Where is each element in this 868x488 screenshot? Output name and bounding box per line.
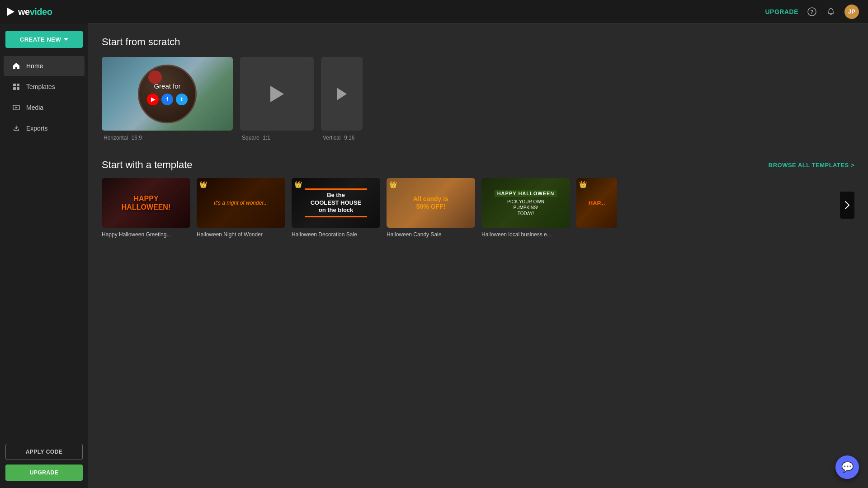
create-new-button[interactable]: CREATE NEW bbox=[5, 31, 83, 48]
template-card-1[interactable]: HAPPYHALLOWEEN! Happy Halloween Greeting… bbox=[102, 178, 190, 238]
svg-text:?: ? bbox=[810, 9, 813, 15]
home-icon bbox=[12, 61, 21, 70]
template-card-2[interactable]: 👑 It's a night of wonder... Halloween Ni… bbox=[197, 178, 285, 238]
sidebar-item-exports[interactable]: Exports bbox=[4, 118, 85, 138]
template-card-5[interactable]: HAPPY HALLOWEEN PICK YOUR OWNPUMPKINS!TO… bbox=[481, 178, 570, 238]
template-row-wrap: HAPPYHALLOWEEN! Happy Halloween Greeting… bbox=[102, 178, 854, 238]
vertical-label-text: Vertical bbox=[323, 135, 340, 141]
horizontal-label-text: Horizontal bbox=[104, 135, 128, 141]
twitter-icon: t bbox=[176, 94, 188, 105]
sidebar-bottom: APPLY CODE UPGRADE bbox=[0, 436, 88, 488]
template-4-label: Halloween Candy Sale bbox=[387, 231, 475, 238]
template-3-text: Be theCOOLEST HOUSEon the block bbox=[311, 192, 362, 215]
templates-icon bbox=[12, 82, 21, 91]
template-card-6[interactable]: 👑 HAP... bbox=[576, 178, 617, 238]
great-for-overlay: Great for ▶ f t bbox=[102, 57, 233, 131]
sidebar-templates-label: Templates bbox=[26, 83, 55, 90]
template-1-label: Happy Halloween Greeting... bbox=[102, 231, 190, 238]
crown-badge-4: 👑 bbox=[389, 181, 397, 188]
browse-all-link[interactable]: BROWSE ALL TEMPLATES > bbox=[769, 162, 854, 169]
template-6-text: HAP... bbox=[589, 200, 605, 206]
upgrade-link[interactable]: UPGRADE bbox=[765, 8, 798, 15]
template-card-3[interactable]: 👑 Be theCOOLEST HOUSEon the block Hallow… bbox=[292, 178, 380, 238]
template-4-text: All candy is50% OFF! bbox=[413, 195, 448, 211]
help-icon[interactable]: ? bbox=[807, 6, 817, 17]
svg-rect-3 bbox=[17, 87, 19, 90]
template-thumb-5: HAPPY HALLOWEEN PICK YOUR OWNPUMPKINS!TO… bbox=[481, 178, 570, 228]
horizontal-label: Horizontal 16:9 bbox=[102, 134, 233, 141]
square-label-text: Square bbox=[242, 135, 259, 141]
template-2-label: Halloween Night of Wonder bbox=[197, 231, 285, 238]
create-btn-wrap: CREATE NEW bbox=[0, 23, 88, 55]
chevron-down-icon bbox=[64, 38, 68, 41]
youtube-icon: ▶ bbox=[147, 94, 159, 105]
template-thumb-6: 👑 HAP... bbox=[576, 178, 617, 228]
topbar: UPGRADE ? JP bbox=[88, 0, 868, 23]
play-icon-vertical bbox=[337, 88, 347, 100]
decoration-bar-bottom bbox=[305, 216, 367, 217]
template-1-text: HAPPYHALLOWEEN! bbox=[122, 194, 170, 211]
notifications-icon[interactable] bbox=[826, 6, 836, 17]
crown-badge-3: 👑 bbox=[294, 181, 302, 188]
scratch-card-horizontal[interactable]: Great for ▶ f t Horizontal 16:9 bbox=[102, 57, 233, 141]
sidebar-item-home[interactable]: Home bbox=[4, 56, 85, 76]
scratch-section-title: Start from scratch bbox=[102, 36, 854, 48]
play-icon bbox=[270, 86, 284, 102]
crown-badge-6: 👑 bbox=[579, 181, 587, 188]
template-5-title: HAPPY HALLOWEEN bbox=[495, 190, 557, 197]
content-area: Start from scratch Great for ▶ f t bbox=[88, 23, 868, 488]
vertical-ratio: 9:16 bbox=[344, 135, 354, 141]
chat-icon: 💬 bbox=[841, 461, 854, 473]
vertical-thumb bbox=[321, 57, 363, 131]
media-icon bbox=[12, 103, 21, 112]
scratch-card-square[interactable]: Square 1:1 bbox=[240, 57, 314, 141]
template-2-text: It's a night of wonder... bbox=[210, 196, 272, 210]
sidebar-exports-label: Exports bbox=[26, 125, 47, 132]
scratch-card-vertical[interactable]: Vertical 9:16 bbox=[321, 57, 363, 141]
crown-badge-2: 👑 bbox=[199, 181, 207, 188]
svg-rect-1 bbox=[17, 84, 19, 86]
apply-code-button[interactable]: APPLY CODE bbox=[5, 444, 83, 460]
sidebar-nav: Home Templates Media bbox=[0, 55, 88, 139]
square-label: Square 1:1 bbox=[240, 134, 314, 141]
decoration-bar-top bbox=[305, 188, 367, 190]
horizontal-thumb: Great for ▶ f t bbox=[102, 57, 233, 131]
sidebar-item-media[interactable]: Media bbox=[4, 98, 85, 117]
svg-rect-2 bbox=[13, 87, 16, 90]
square-ratio: 1:1 bbox=[263, 135, 270, 141]
template-thumb-3: 👑 Be theCOOLEST HOUSEon the block bbox=[292, 178, 380, 228]
logo: wevideo bbox=[0, 0, 88, 23]
sidebar-upgrade-button[interactable]: UPGRADE bbox=[5, 465, 83, 481]
template-thumb-2: 👑 It's a night of wonder... bbox=[197, 178, 285, 228]
horizontal-ratio: 16:9 bbox=[132, 135, 142, 141]
facebook-icon: f bbox=[161, 94, 173, 105]
template-thumb-1: HAPPYHALLOWEEN! bbox=[102, 178, 190, 228]
logo-play-icon bbox=[7, 8, 14, 16]
templates-section-title: Start with a template bbox=[102, 159, 193, 171]
scratch-cards: Great for ▶ f t Horizontal 16:9 bbox=[102, 57, 854, 141]
sidebar: wevideo CREATE NEW Home bbox=[0, 0, 88, 488]
template-3-label: Halloween Decoration Sale bbox=[292, 231, 380, 238]
user-avatar[interactable]: JP bbox=[844, 5, 859, 19]
chat-bubble[interactable]: 💬 bbox=[835, 455, 859, 479]
templates-section-header: Start with a template BROWSE ALL TEMPLAT… bbox=[102, 159, 854, 171]
template-thumb-4: 👑 All candy is50% OFF! bbox=[387, 178, 475, 228]
create-new-label: CREATE NEW bbox=[20, 36, 61, 43]
template-5-text: PICK YOUR OWNPUMPKINS!TODAY! bbox=[507, 199, 544, 216]
svg-rect-0 bbox=[13, 84, 16, 86]
sidebar-media-label: Media bbox=[26, 104, 43, 111]
logo-text: wevideo bbox=[18, 7, 52, 17]
vertical-label: Vertical 9:16 bbox=[321, 134, 363, 141]
social-icons: ▶ f t bbox=[147, 94, 188, 105]
sidebar-item-templates[interactable]: Templates bbox=[4, 77, 85, 97]
template-row: HAPPYHALLOWEEN! Happy Halloween Greeting… bbox=[102, 178, 854, 238]
great-for-text: Great for bbox=[154, 82, 180, 90]
next-button[interactable] bbox=[840, 192, 854, 219]
exports-icon bbox=[12, 124, 21, 133]
main-content: UPGRADE ? JP Start from scratch bbox=[88, 0, 868, 488]
template-5-label: Halloween local business e... bbox=[481, 231, 570, 238]
sidebar-home-label: Home bbox=[26, 62, 43, 70]
square-thumb bbox=[240, 57, 314, 131]
template-card-4[interactable]: 👑 All candy is50% OFF! Halloween Candy S… bbox=[387, 178, 475, 238]
